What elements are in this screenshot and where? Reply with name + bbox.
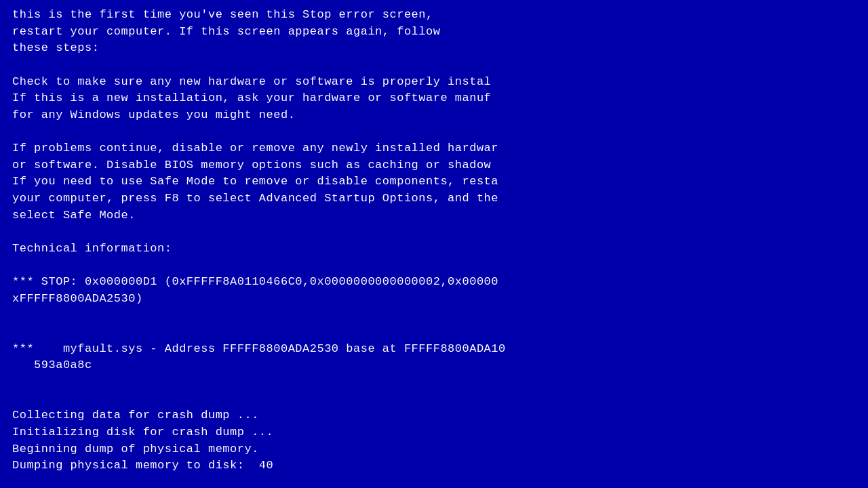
bsod-screen: this is the first time you've seen this … xyxy=(0,0,868,488)
bsod-content: this is the first time you've seen this … xyxy=(12,7,856,474)
